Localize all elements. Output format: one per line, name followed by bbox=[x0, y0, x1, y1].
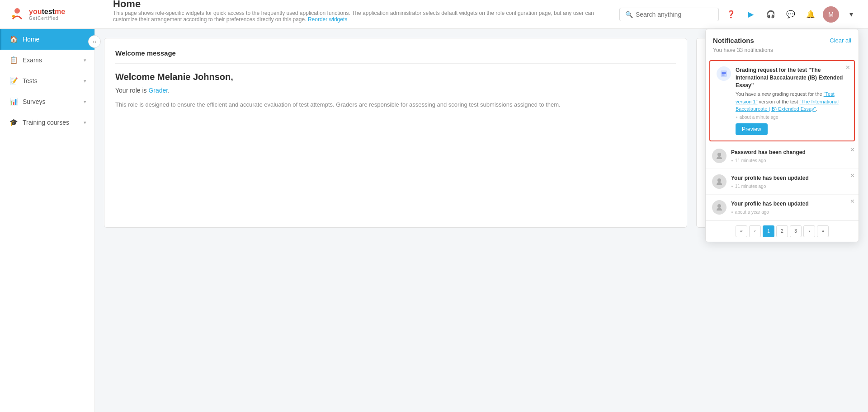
svg-point-1 bbox=[12, 15, 15, 18]
notification-close-button[interactable]: ✕ bbox=[850, 173, 855, 178]
welcome-heading: Welcome Melanie Johnson, bbox=[115, 72, 676, 82]
sidebar-item-surveys[interactable]: 📊 Surveys ▾ bbox=[0, 91, 94, 112]
sidebar-item-home[interactable]: 🏠 Home bbox=[0, 29, 94, 50]
chevron-down-icon: ▾ bbox=[84, 57, 86, 63]
notification-title: Your profile has been updated bbox=[731, 200, 852, 208]
svg-point-0 bbox=[14, 8, 20, 14]
notifications-button[interactable]: 🔔 bbox=[803, 7, 818, 22]
notif-pagination-page-3[interactable]: 3 bbox=[790, 225, 802, 237]
notif-pagination-first[interactable]: « bbox=[736, 225, 747, 237]
chevron-down-icon: ▾ bbox=[84, 78, 86, 84]
brand-name: youtestme bbox=[29, 8, 65, 16]
notification-body: Your profile has been updated 11 minutes… bbox=[731, 174, 852, 189]
sidebar-item-label: Home bbox=[23, 36, 86, 43]
user-avatar-icon bbox=[712, 149, 726, 163]
preview-button[interactable]: Preview bbox=[736, 123, 768, 135]
exams-icon: 📋 bbox=[9, 56, 18, 64]
page-description: This page shows role-specific widgets fo… bbox=[113, 10, 619, 23]
home-icon: 🏠 bbox=[9, 35, 18, 43]
grading-icon bbox=[717, 66, 731, 81]
user-avatar[interactable]: M bbox=[823, 6, 839, 23]
surveys-icon: 📊 bbox=[9, 98, 18, 106]
sidebar-item-tests[interactable]: 📝 Tests ▾ bbox=[0, 70, 94, 91]
notification-item-password: Password has been changed 11 minutes ago… bbox=[706, 143, 859, 169]
notif-pagination-page-2[interactable]: 2 bbox=[776, 225, 788, 237]
role-link[interactable]: Grader bbox=[148, 87, 168, 94]
header-main: Home This page shows role-specific widge… bbox=[104, 0, 619, 31]
tests-icon: 📝 bbox=[9, 77, 18, 85]
notification-body: Grading request for the test "The Intern… bbox=[736, 66, 848, 135]
search-icon: 🔍 bbox=[625, 11, 633, 18]
page-title: Home bbox=[113, 0, 610, 10]
notification-item-profile-2: Your profile has been updated about a ye… bbox=[706, 195, 859, 220]
svg-point-4 bbox=[717, 178, 721, 182]
notification-close-button[interactable]: ✕ bbox=[850, 147, 855, 153]
notifications-list: Grading request for the test "The Intern… bbox=[706, 58, 859, 220]
logo-area: youtestme GetCertified bbox=[9, 6, 104, 23]
logo-text: youtestme GetCertified bbox=[29, 8, 65, 21]
notification-desc: You have a new grading request for the "… bbox=[736, 90, 848, 113]
headset-button[interactable]: 🎧 bbox=[763, 7, 778, 22]
chevron-down-icon: ▾ bbox=[84, 120, 86, 126]
notification-body: Password has been changed 11 minutes ago bbox=[731, 149, 852, 163]
header-actions: 🔍 ❓ ▶ 🎧 💬 🔔 M ▾ bbox=[619, 6, 859, 23]
sidebar-collapse-button[interactable]: ‹‹ bbox=[88, 35, 101, 48]
chevron-down-icon: ▾ bbox=[84, 99, 86, 105]
training-icon: 🎓 bbox=[9, 118, 18, 126]
sidebar-item-label: Surveys bbox=[23, 98, 84, 105]
notifications-footer: « ‹ 1 2 3 › » bbox=[706, 220, 859, 242]
notifications-count: You have 33 notifications bbox=[706, 47, 859, 58]
user-avatar-icon bbox=[712, 174, 726, 189]
notification-close-button[interactable]: ✕ bbox=[850, 198, 855, 204]
chat-button[interactable]: 💬 bbox=[783, 7, 798, 22]
welcome-description: This role is designed to ensure the effi… bbox=[115, 100, 676, 110]
sidebar-item-exams[interactable]: 📋 Exams ▾ bbox=[0, 50, 94, 70]
brand-sub: GetCertified bbox=[29, 16, 65, 21]
svg-point-3 bbox=[717, 153, 721, 156]
sidebar-item-label: Training courses bbox=[23, 119, 84, 126]
reorder-link[interactable]: Reorder widgets bbox=[308, 16, 347, 23]
welcome-widget-title: Welcome message bbox=[115, 49, 676, 64]
notif-pagination-page-1[interactable]: 1 bbox=[763, 225, 774, 237]
notification-title: Grading request for the test "The Intern… bbox=[736, 66, 848, 89]
notification-body: Your profile has been updated about a ye… bbox=[731, 200, 852, 215]
header: youtestme GetCertified Home This page sh… bbox=[0, 0, 868, 29]
sidebar: ‹‹ 🏠 Home 📋 Exams ▾ 📝 Tests ▾ 📊 Surveys … bbox=[0, 29, 95, 412]
notifications-panel: Notifications Clear all You have 33 noti… bbox=[705, 29, 859, 242]
search-box[interactable]: 🔍 bbox=[619, 8, 719, 21]
notification-title: Password has been changed bbox=[731, 149, 852, 156]
sidebar-item-label: Tests bbox=[23, 77, 84, 84]
play-button[interactable]: ▶ bbox=[743, 7, 759, 22]
notification-item-grading: Grading request for the test "The Intern… bbox=[709, 60, 855, 141]
clear-all-button[interactable]: Clear all bbox=[830, 37, 851, 44]
notifications-header: Notifications Clear all bbox=[706, 29, 859, 47]
notification-time: 11 minutes ago bbox=[731, 158, 852, 163]
welcome-role: Your role is Grader. bbox=[115, 87, 676, 94]
sidebar-item-label: Exams bbox=[23, 56, 84, 64]
notification-time: 11 minutes ago bbox=[731, 184, 852, 189]
notification-time: about a year ago bbox=[731, 210, 852, 215]
help-button[interactable]: ❓ bbox=[723, 7, 739, 22]
welcome-widget: Welcome message Welcome Melanie Johnson,… bbox=[104, 38, 687, 228]
user-avatar-icon bbox=[712, 200, 726, 215]
notification-item-profile-1: Your profile has been updated 11 minutes… bbox=[706, 169, 859, 195]
svg-point-5 bbox=[717, 204, 721, 208]
notification-time: about a minute ago bbox=[736, 115, 848, 120]
notification-title: Your profile has been updated bbox=[731, 174, 852, 182]
user-dropdown-arrow[interactable]: ▾ bbox=[844, 7, 859, 22]
notif-pagination-prev[interactable]: ‹ bbox=[749, 225, 761, 237]
notifications-title: Notifications bbox=[713, 37, 754, 44]
notif-pagination-next[interactable]: › bbox=[803, 225, 815, 237]
notification-close-button[interactable]: ✕ bbox=[845, 65, 850, 70]
logo-icon bbox=[9, 6, 25, 23]
search-input[interactable] bbox=[636, 11, 713, 18]
notif-pagination-last[interactable]: » bbox=[817, 225, 829, 237]
notifications-pagination: « ‹ 1 2 3 › » bbox=[736, 225, 829, 237]
sidebar-item-training-courses[interactable]: 🎓 Training courses ▾ bbox=[0, 112, 94, 133]
